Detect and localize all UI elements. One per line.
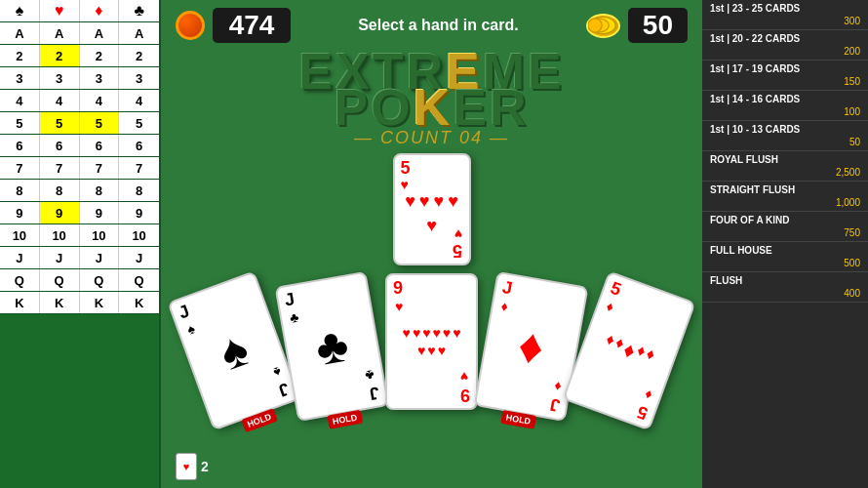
cell-4-c[interactable]: 4	[119, 90, 159, 111]
cell-6-c[interactable]: 6	[119, 135, 159, 156]
card-row-7: 7 7 7 7	[0, 157, 159, 180]
cell-j-d[interactable]: J	[80, 247, 120, 268]
cell-4-s[interactable]: 4	[0, 90, 40, 111]
cell-10-c[interactable]: 10	[119, 224, 159, 246]
diamond-suit: ♦	[80, 0, 120, 21]
card-row-8: 8 8 8 8	[0, 180, 159, 202]
card-row-q: Q Q Q Q	[0, 269, 159, 292]
cell-q-h[interactable]: Q	[40, 269, 80, 291]
card-row-6: 6 6 6 6	[0, 135, 159, 157]
payout-amount-straight: 1,000	[710, 196, 860, 209]
payout-row-full: FULL HOUSE 500	[702, 242, 868, 272]
payout-amount-four: 750	[710, 226, 860, 239]
cards-area: J ♠ ♠ J ♠ HOLD J ♣ ♣ J ♣ HOLD	[184, 273, 679, 410]
cell-7-c[interactable]: 7	[119, 157, 159, 179]
payout-label-four: FOUR OF A KIND	[710, 214, 860, 226]
cell-8-c[interactable]: 8	[119, 180, 159, 201]
cell-3-d[interactable]: 3	[80, 67, 120, 89]
payout-row-royal: ROYAL FLUSH 2,500	[702, 151, 868, 182]
cell-6-h[interactable]: 6	[40, 135, 80, 156]
cell-9-c[interactable]: 9	[119, 202, 159, 224]
payout-row-1: 1st | 23 - 25 CARDS 300	[702, 0, 868, 30]
card-row-4: 4 4 4 4	[0, 90, 159, 112]
payout-amount-flush: 400	[710, 287, 860, 300]
cell-6-d[interactable]: 6	[80, 135, 120, 156]
cell-2-c[interactable]: 2	[119, 45, 159, 66]
hold-label-2: HOLD	[327, 410, 363, 429]
cell-j-h[interactable]: J	[40, 247, 80, 268]
cell-9-d[interactable]: 9	[80, 202, 120, 224]
payout-amount-1: 300	[710, 15, 860, 27]
cell-5-d[interactable]: 5	[80, 112, 120, 134]
top-selected-card[interactable]: 5 ♥ ♥ ♥ ♥ ♥ ♥ 5 ♥	[393, 153, 471, 265]
cell-5-c[interactable]: 5	[119, 112, 159, 134]
cell-k-c[interactable]: K	[119, 292, 159, 313]
cell-8-d[interactable]: 8	[80, 180, 120, 201]
card-row-a: A A A A	[0, 22, 159, 45]
cell-3-s[interactable]: 3	[0, 67, 40, 89]
payout-row-4: 1st | 14 - 16 CARDS 100	[702, 91, 868, 121]
cell-7-s[interactable]: 7	[0, 157, 40, 179]
coin-badge: 50	[586, 8, 688, 43]
suit-header-row: ♠ ♥ ♦ ♣	[0, 0, 159, 22]
cell-7-h[interactable]: 7	[40, 157, 80, 179]
cell-j-s[interactable]: J	[0, 247, 40, 268]
cell-10-d[interactable]: 10	[80, 224, 120, 246]
payout-row-2: 1st | 20 - 22 CARDS 200	[702, 30, 868, 61]
payout-label-1: 1st | 23 - 25 CARDS	[710, 2, 860, 15]
payout-amount-2: 200	[710, 45, 860, 58]
cell-7-d[interactable]: 7	[80, 157, 120, 179]
cell-4-d[interactable]: 4	[80, 90, 120, 111]
payout-row-flush: FLUSH 400	[702, 272, 868, 303]
payout-label-5: 1st | 10 - 13 CARDS	[710, 123, 860, 136]
cell-a-d[interactable]: A	[80, 22, 120, 44]
payout-label-4: 1st | 14 - 16 CARDS	[710, 93, 860, 105]
card-row-2: 2 2 2 2	[0, 45, 159, 67]
cell-5-h[interactable]: 5	[40, 112, 80, 134]
cell-3-h[interactable]: 3	[40, 67, 80, 89]
hand-card-3[interactable]: 9 ♥ ♥♥♥ ♥♥♥ ♥♥♥ 9 ♥	[385, 273, 478, 410]
cell-9-s[interactable]: 9	[0, 202, 40, 224]
cell-a-h[interactable]: A	[40, 22, 80, 44]
hold-label-4: HOLD	[500, 410, 536, 429]
coins-icon	[586, 14, 620, 38]
card-count: 2	[201, 459, 209, 474]
cell-2-h[interactable]: 2	[40, 45, 80, 66]
cell-q-s[interactable]: Q	[0, 269, 40, 291]
cell-2-s[interactable]: 2	[0, 45, 40, 66]
cell-2-d[interactable]: 2	[80, 45, 120, 66]
cell-k-s[interactable]: K	[0, 292, 40, 313]
payout-label-full: FULL HOUSE	[710, 244, 860, 257]
payout-amount-full: 500	[710, 257, 860, 269]
heart-suit: ♥	[40, 0, 80, 21]
card-row-j: J J J J	[0, 247, 159, 269]
spade-suit: ♠	[0, 0, 40, 21]
card-row-5: 5 5 5 5	[0, 112, 159, 135]
cell-a-c[interactable]: A	[119, 22, 159, 44]
card-row-3: 3 3 3 3	[0, 67, 159, 90]
cell-6-s[interactable]: 6	[0, 135, 40, 156]
cell-k-h[interactable]: K	[40, 292, 80, 313]
left-panel: ♠ ♥ ♦ ♣ A A A A 2 2 2 2 3 3	[0, 0, 161, 488]
cell-a-s[interactable]: A	[0, 22, 40, 44]
card-row-10: 10 10 10 10	[0, 224, 159, 247]
cell-9-h[interactable]: 9	[40, 202, 80, 224]
cell-q-d[interactable]: Q	[80, 269, 120, 291]
score-value: 474	[213, 8, 291, 43]
mini-card-icon: ♥	[176, 453, 197, 480]
game-title-area: EXTREME POKER — COUNT 04 —	[298, 46, 564, 148]
payout-label-royal: ROYAL FLUSH	[710, 153, 860, 166]
cell-8-s[interactable]: 8	[0, 180, 40, 201]
cell-4-h[interactable]: 4	[40, 90, 80, 111]
cell-5-s[interactable]: 5	[0, 112, 40, 134]
cell-q-c[interactable]: Q	[119, 269, 159, 291]
cell-3-c[interactable]: 3	[119, 67, 159, 89]
cell-10-h[interactable]: 10	[40, 224, 80, 246]
score-badge: 474	[176, 8, 291, 43]
cell-j-c[interactable]: J	[119, 247, 159, 268]
cell-8-h[interactable]: 8	[40, 180, 80, 201]
cell-k-d[interactable]: K	[80, 292, 120, 313]
cell-10-s[interactable]: 10	[0, 224, 40, 246]
coin-value: 50	[628, 8, 688, 43]
chip-icon	[176, 11, 205, 40]
